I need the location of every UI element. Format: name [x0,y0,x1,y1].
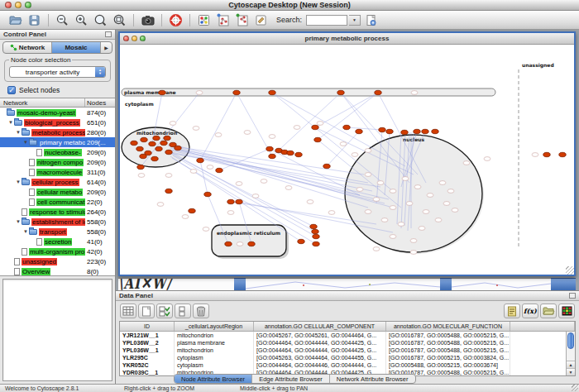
label-node[interactable] [261,179,267,184]
label-node[interactable] [182,215,189,219]
tree-row[interactable]: response to stimulu264(0) [0,207,115,217]
label-node[interactable] [410,239,417,243]
gene-node[interactable] [137,165,144,169]
tree-row[interactable]: ▼establishment of lo558(0) [0,217,115,227]
tree-row[interactable]: ▼cellular process614(0) [0,177,115,187]
label-node[interactable] [377,181,384,185]
gene-node[interactable] [375,90,381,94]
gene-node[interactable] [197,158,203,162]
gene-node[interactable] [312,125,318,129]
table-row[interactable]: YPL036W__2plasma membrane[GO:0044464, GO… [120,339,575,347]
tree-row[interactable]: nucleobase-209(0) [0,147,115,157]
tree-row[interactable]: ▼biological_process651(0) [0,117,115,127]
gene-node[interactable] [313,234,319,238]
label-node[interactable] [190,170,197,174]
label-node[interactable] [365,149,371,153]
tree-row[interactable]: macromolecule311(0) [0,167,115,177]
expand-arrow-icon[interactable]: ▼ [15,179,22,184]
new-attribute-icon[interactable] [138,304,155,318]
zoom-in-icon[interactable] [73,12,90,28]
label-node[interactable] [269,135,275,139]
label-node[interactable] [294,126,300,130]
tree-row[interactable]: secretion41(0) [0,237,115,246]
tree-row[interactable]: ▼transport558(0) [0,227,115,237]
search-dropdown-icon[interactable]: ▼ [349,15,361,26]
select-attributes-icon[interactable] [156,304,173,318]
label-node[interactable] [390,235,396,239]
background-window-fragment[interactable] [246,278,440,290]
attribute-matrix-icon[interactable] [120,304,136,318]
gene-node[interactable] [337,90,344,94]
tree-row[interactable]: Overview8(0) [0,266,115,276]
label-node[interactable] [427,194,433,198]
window-resize-grip[interactable] [566,266,574,275]
column-header[interactable]: ID [120,322,175,331]
gene-node[interactable] [432,129,438,133]
tree-row[interactable]: nitrogen compo209(0) [0,157,115,167]
label-node[interactable] [390,189,396,194]
tree-row[interactable]: mosaic-demo-yeast874(0) [0,108,115,117]
scroll-up-icon[interactable]: ▲ [567,361,575,368]
tab-network-attribute-browser[interactable]: Network Attribute Browser [330,375,415,383]
gene-node[interactable] [379,127,385,131]
gene-node[interactable] [386,129,393,133]
label-node[interactable] [237,242,243,246]
gene-node[interactable] [204,192,211,196]
gene-node[interactable] [153,136,160,140]
gene-node[interactable] [295,152,302,156]
gene-node[interactable] [225,241,232,246]
gene-node[interactable] [543,152,550,156]
gene-node[interactable] [422,129,428,133]
gene-node[interactable] [216,168,223,172]
column-header[interactable]: annotation.GO CELLULAR_COMPONENT [254,322,386,331]
gene-node[interactable] [233,90,240,94]
heatmap-icon[interactable] [558,304,575,318]
gene-node[interactable] [323,164,330,168]
label-node[interactable] [373,247,380,251]
tree-row[interactable]: multi-organism pro42(0) [0,246,115,256]
label-node[interactable] [435,218,442,222]
label-node[interactable] [285,186,292,190]
tree-row[interactable]: ▼primary metabo209(... [0,137,115,147]
label-node[interactable] [252,194,259,198]
label-node[interactable] [328,211,335,215]
gene-node[interactable] [356,129,362,133]
label-node[interactable] [463,161,470,165]
network-window-titlebar[interactable]: primary metabolic process [120,33,574,45]
label-node[interactable] [447,189,454,194]
label-node[interactable] [196,91,203,95]
label-node[interactable] [365,210,371,214]
merge-network-b-icon[interactable] [233,12,251,28]
label-node[interactable] [215,133,222,137]
expand-arrow-icon[interactable]: ▼ [7,120,14,125]
gene-node[interactable] [248,241,255,246]
gene-node[interactable] [314,137,321,141]
select-nodes-row[interactable]: ✓ Select nodes [7,86,115,94]
label-node[interactable] [398,222,404,227]
expand-arrow-icon[interactable]: ▼ [22,140,29,145]
label-node[interactable] [157,203,164,207]
label-node[interactable] [402,177,409,181]
zoom-out-icon[interactable] [54,12,71,28]
column-header[interactable]: _cellularLayoutRegion [175,322,254,331]
float-panel-icon[interactable] [105,31,112,37]
gene-node[interactable] [298,239,304,243]
gene-node[interactable] [269,90,275,94]
gene-node[interactable] [131,141,137,145]
tab-edge-attribute-browser[interactable]: Edge Attribute Browser [252,375,330,383]
label-node[interactable] [410,251,417,255]
table-row[interactable]: YPL036W__1mitochondrion[GO:0044464, GO:0… [120,347,575,354]
report-icon[interactable] [504,304,520,318]
label-node[interactable] [419,227,425,231]
import-attribute-file-icon[interactable] [540,304,557,318]
function-builder-icon[interactable]: f(x) [522,304,538,318]
label-node[interactable] [390,206,396,210]
gene-node[interactable] [165,150,172,154]
gene-node[interactable] [136,146,143,151]
label-node[interactable] [203,227,209,232]
help-lifering-icon[interactable] [167,12,184,28]
delete-attribute-icon[interactable] [193,304,209,318]
vizmapper-icon[interactable] [195,12,213,28]
gene-node[interactable] [401,130,408,134]
table-scrollbar[interactable]: ▲ ▼ [566,332,575,375]
